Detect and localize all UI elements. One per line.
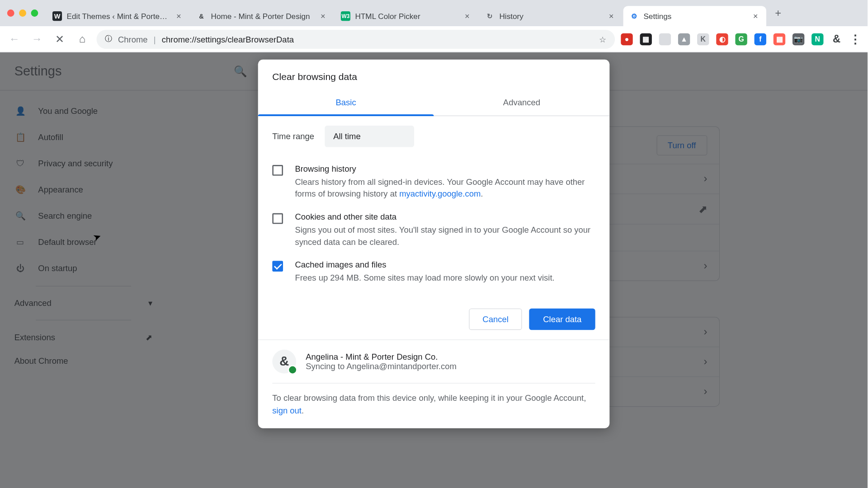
bookmark-icon[interactable]: ☆ — [599, 34, 607, 44]
settings-page: Settings 🔍 👤You and Google 📋Autofill 🛡Pr… — [0, 52, 868, 488]
tab-title: Settings — [643, 12, 746, 21]
tab-edit-themes[interactable]: W Edit Themes ‹ Mint & Porter D × — [47, 6, 189, 26]
option-title: Cached images and files — [295, 260, 554, 269]
ext-icon[interactable]: 📷 — [793, 33, 804, 45]
signout-hint: To clear browsing data from this device … — [258, 384, 610, 428]
sync-badge-icon — [288, 366, 297, 375]
tab-title: Home - Mint & Porter Design — [211, 12, 314, 21]
option-description: Frees up 294 MB. Some sites may load mor… — [295, 272, 554, 284]
close-icon[interactable]: × — [462, 11, 472, 21]
ext-icon[interactable]: G — [735, 33, 747, 45]
option-title: Cookies and other site data — [295, 212, 595, 221]
browser-toolbar: ← → ✕ ⌂ ⓘ Chrome | chrome://settings/cle… — [0, 26, 868, 52]
close-icon[interactable]: × — [174, 11, 184, 21]
profile-icon[interactable]: & — [830, 33, 842, 45]
option-browsing-history[interactable]: Browsing history Clears history from all… — [272, 158, 595, 206]
ext-icon[interactable]: f — [755, 33, 766, 45]
time-range-label: Time range — [272, 131, 314, 141]
account-info: & Angelina - Mint & Porter Design Co. Sy… — [258, 340, 610, 383]
minimize-window-icon[interactable] — [19, 9, 26, 17]
forward-button[interactable]: → — [28, 31, 45, 47]
tab-color-picker[interactable]: W3 HTML Color Picker × — [335, 6, 478, 26]
window-controls — [7, 9, 38, 17]
history-icon: ↻ — [485, 11, 495, 21]
w3-icon: W3 — [341, 11, 350, 21]
tab-settings[interactable]: ⚙ Settings × — [623, 6, 766, 26]
tab-home-mint-porter[interactable]: & Home - Mint & Porter Design × — [191, 6, 334, 26]
url-scheme: Chrome — [118, 34, 148, 44]
account-sync-status: Syncing to Angelina@mintandporter.com — [306, 362, 457, 371]
option-cache[interactable]: Cached images and files Frees up 294 MB.… — [272, 254, 595, 290]
ext-icon[interactable]: K — [697, 33, 709, 45]
tab-title: History — [499, 12, 602, 21]
close-icon[interactable]: × — [318, 11, 328, 21]
tab-title: HTML Color Picker — [355, 12, 458, 21]
new-tab-button[interactable]: + — [770, 5, 787, 22]
dialog-tabs: Basic Advanced — [258, 89, 610, 116]
cancel-button[interactable]: Cancel — [469, 309, 522, 330]
time-range-select[interactable]: All time — [325, 126, 415, 147]
sign-out-link[interactable]: sign out — [272, 405, 302, 415]
site-info-icon[interactable]: ⓘ — [105, 34, 112, 44]
close-icon[interactable]: × — [751, 11, 760, 21]
ext-icon[interactable] — [659, 33, 671, 45]
clear-data-button[interactable]: Clear data — [529, 309, 595, 330]
url-text: chrome://settings/clearBrowserData — [162, 34, 294, 44]
option-title: Browsing history — [295, 164, 595, 173]
home-button[interactable]: ⌂ — [74, 31, 90, 47]
tab-title: Edit Themes ‹ Mint & Porter D — [67, 12, 170, 21]
option-description: Clears history from all signed-in device… — [295, 176, 595, 200]
checkbox[interactable] — [272, 261, 283, 272]
checkbox[interactable] — [272, 213, 283, 224]
dialog-title: Clear browsing data — [258, 60, 610, 89]
myactivity-link[interactable]: myactivity.google.com — [399, 189, 481, 198]
ext-icon[interactable]: ▦ — [640, 33, 652, 45]
wordpress-icon: W — [52, 11, 62, 21]
menu-icon[interactable]: ⋮ — [849, 33, 861, 45]
ext-icon[interactable]: N — [811, 33, 823, 45]
back-button[interactable]: ← — [6, 31, 23, 47]
maximize-window-icon[interactable] — [31, 9, 38, 17]
tab-history[interactable]: ↻ History × — [479, 6, 622, 26]
browser-tabbar: W Edit Themes ‹ Mint & Porter D × & Home… — [0, 0, 868, 26]
option-cookies[interactable]: Cookies and other site data Signs you ou… — [272, 206, 595, 253]
extension-icons: ● ▦ ▲ K ◐ G f ▦ 📷 N & ⋮ — [621, 33, 861, 45]
tab-basic[interactable]: Basic — [258, 89, 434, 116]
tab-advanced[interactable]: Advanced — [434, 89, 610, 116]
avatar: & — [272, 350, 296, 374]
stop-reload-button[interactable]: ✕ — [51, 31, 68, 47]
ext-icon[interactable]: ● — [621, 33, 632, 45]
option-description: Signs you out of most sites. You'll stay… — [295, 224, 595, 248]
ext-icon[interactable]: ◐ — [716, 33, 728, 45]
settings-icon: ⚙ — [629, 11, 639, 21]
ext-icon[interactable]: ▦ — [774, 33, 785, 45]
close-icon[interactable]: × — [607, 11, 616, 21]
close-window-icon[interactable] — [7, 9, 14, 17]
account-name: Angelina - Mint & Porter Design Co. — [306, 352, 457, 362]
ext-icon[interactable]: ▲ — [678, 33, 690, 45]
checkbox[interactable] — [272, 165, 283, 176]
ampersand-icon: & — [197, 11, 206, 21]
address-bar[interactable]: ⓘ Chrome | chrome://settings/clearBrowse… — [97, 29, 615, 48]
clear-browsing-data-dialog: Clear browsing data Basic Advanced Time … — [258, 60, 610, 428]
